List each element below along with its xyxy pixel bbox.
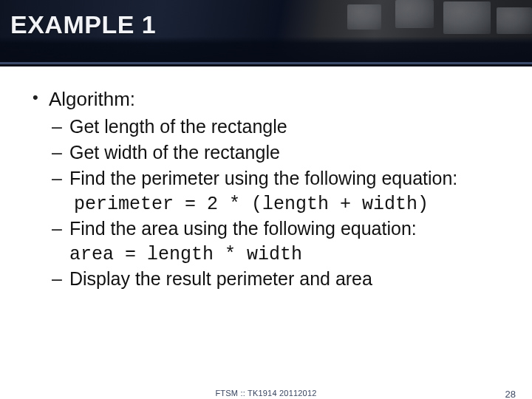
title-underline-shadow	[0, 64, 532, 66]
step-4-equation: area = length * width	[49, 242, 504, 267]
decorative-monitor	[395, 0, 434, 28]
bullet-main-text: Algorithm:	[49, 88, 135, 110]
step-1: Get length of the rectangle	[49, 115, 504, 139]
step-4: Find the area using the following equati…	[49, 216, 504, 241]
slide-title: EXAMPLE 1	[10, 10, 156, 39]
step-5: Display the result perimeter and area	[49, 267, 504, 291]
footer-center-text: FTSM :: TK1914 20112012	[215, 389, 316, 398]
page-number: 28	[505, 389, 516, 399]
step-3: Find the perimeter using the following e…	[49, 166, 504, 191]
decorative-monitor	[347, 4, 381, 30]
bullet-list: Algorithm: Get length of the rectangle G…	[31, 87, 504, 291]
content-area: Algorithm: Get length of the rectangle G…	[31, 87, 504, 296]
decorative-monitor	[497, 7, 532, 34]
step-2: Get width of the rectangle	[49, 140, 504, 165]
decorative-monitor	[443, 1, 491, 34]
sub-bullet-list: Get length of the rectangle Get width of…	[49, 115, 504, 291]
slide: EXAMPLE 1 Algorithm: Get length of the r…	[0, 0, 532, 399]
step-3-equation: perimeter = 2 * (length + width)	[49, 192, 504, 216]
bullet-main: Algorithm: Get length of the rectangle G…	[31, 87, 504, 291]
